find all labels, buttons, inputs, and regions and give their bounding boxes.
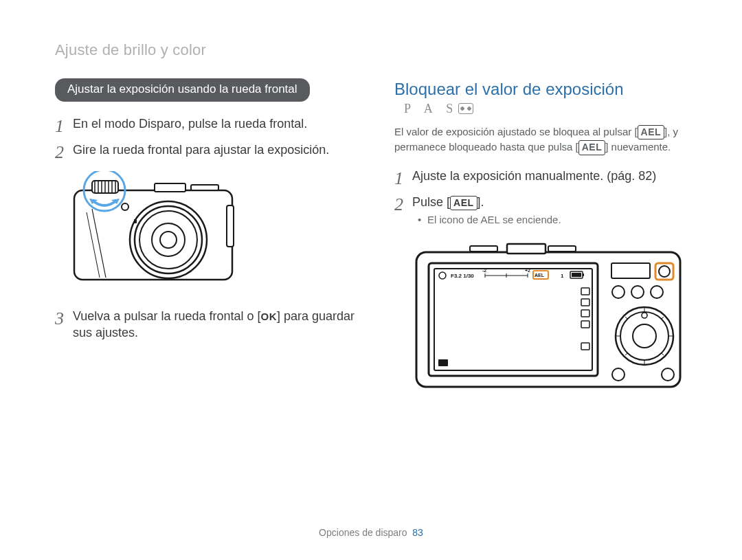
svg-text:1: 1 bbox=[561, 273, 564, 279]
mode-letters: P A S bbox=[404, 102, 458, 115]
svg-rect-26 bbox=[548, 246, 576, 251]
ok-button-label: OK bbox=[261, 310, 278, 324]
step-2: Gire la rueda frontal para ajustar la ex… bbox=[55, 142, 361, 158]
page-footer: Opciones de disparo 83 bbox=[0, 527, 742, 538]
svg-point-53 bbox=[631, 286, 644, 298]
step-r2-a: Pulse [ bbox=[412, 195, 450, 209]
bullet-list: El icono de AEL se enciende. bbox=[412, 213, 701, 227]
step-r1: Ajuste la exposición manualmente. (pág. … bbox=[394, 168, 701, 184]
svg-point-30 bbox=[439, 272, 446, 279]
svg-rect-29 bbox=[434, 269, 592, 370]
subsection-pill: Ajustar la exposición usando la rueda fr… bbox=[55, 78, 310, 102]
svg-rect-42 bbox=[572, 273, 581, 277]
svg-rect-10 bbox=[191, 185, 218, 190]
movie-mode-icon bbox=[458, 103, 473, 114]
svg-text:+2: +2 bbox=[525, 268, 530, 273]
svg-rect-47 bbox=[581, 343, 589, 350]
right-heading: Bloquear el valor de exposición bbox=[394, 80, 624, 98]
steps-right: Ajuste la exposición manualmente. (pág. … bbox=[394, 168, 701, 227]
svg-point-7 bbox=[160, 232, 177, 248]
two-column-layout: Ajustar la exposición usando la rueda fr… bbox=[55, 78, 701, 398]
intro-c: ] nuevamente. bbox=[605, 141, 671, 153]
svg-rect-27 bbox=[470, 246, 497, 251]
ael-icon: AEL bbox=[638, 125, 665, 140]
heading-row: Bloquear el valor de exposición P A S bbox=[394, 78, 701, 119]
step-r2-b: ]. bbox=[477, 195, 484, 209]
step-1: En el modo Disparo, pulse la rueda front… bbox=[55, 115, 361, 132]
intro-text: El valor de exposición ajustado se bloqu… bbox=[394, 124, 701, 155]
svg-text:AEL: AEL bbox=[535, 273, 545, 278]
ael-icon: AEL bbox=[578, 140, 606, 155]
svg-point-57 bbox=[633, 324, 656, 348]
svg-point-66 bbox=[642, 313, 647, 318]
page-number: 83 bbox=[412, 527, 423, 538]
svg-rect-49 bbox=[611, 263, 650, 278]
bullet-1: El icono de AEL se enciende. bbox=[427, 213, 701, 227]
svg-point-54 bbox=[651, 286, 663, 298]
camera-rear-illustration: F3.2 1/30 -2 +2 AEL 1 bbox=[411, 240, 701, 398]
svg-rect-44 bbox=[581, 299, 589, 306]
manual-page: Ajuste de brillo y color Ajustar la expo… bbox=[0, 0, 742, 560]
svg-point-67 bbox=[612, 368, 625, 381]
step-3-text-a: Vuelva a pulsar la rueda frontal o [ bbox=[73, 309, 261, 323]
step-3: Vuelva a pulsar la rueda frontal o [OK] … bbox=[55, 308, 361, 341]
intro-a: El valor de exposición ajustado se bloqu… bbox=[394, 126, 638, 137]
section-title: Ajuste de brillo y color bbox=[55, 41, 701, 59]
svg-rect-9 bbox=[155, 183, 186, 192]
svg-rect-23 bbox=[227, 205, 234, 247]
camera-front-illustration bbox=[62, 171, 361, 291]
svg-point-68 bbox=[662, 368, 674, 381]
svg-rect-41 bbox=[583, 273, 584, 276]
svg-point-22 bbox=[122, 203, 128, 210]
ael-icon: AEL bbox=[450, 196, 477, 210]
svg-text:-2: -2 bbox=[482, 268, 486, 273]
svg-rect-8 bbox=[134, 219, 137, 223]
lcd-exposure-text: F3.2 1/30 bbox=[451, 273, 474, 279]
step-r2: Pulse [AEL]. El icono de AEL se enciende… bbox=[394, 194, 701, 227]
svg-point-52 bbox=[612, 286, 625, 298]
svg-rect-25 bbox=[507, 244, 546, 254]
right-column: Bloquear el valor de exposición P A S El… bbox=[394, 78, 701, 398]
svg-point-51 bbox=[659, 266, 670, 277]
steps-left-1: En el modo Disparo, pulse la rueda front… bbox=[55, 115, 361, 159]
left-column: Ajustar la exposición usando la rueda fr… bbox=[55, 78, 361, 398]
steps-left-2: Vuelva a pulsar la rueda frontal o [OK] … bbox=[55, 308, 361, 341]
svg-rect-43 bbox=[581, 288, 589, 295]
svg-rect-45 bbox=[581, 310, 589, 317]
footer-label: Opciones de disparo bbox=[319, 527, 407, 538]
mode-indicators: P A S bbox=[404, 100, 473, 117]
svg-rect-48 bbox=[438, 359, 448, 366]
svg-rect-46 bbox=[581, 321, 589, 328]
